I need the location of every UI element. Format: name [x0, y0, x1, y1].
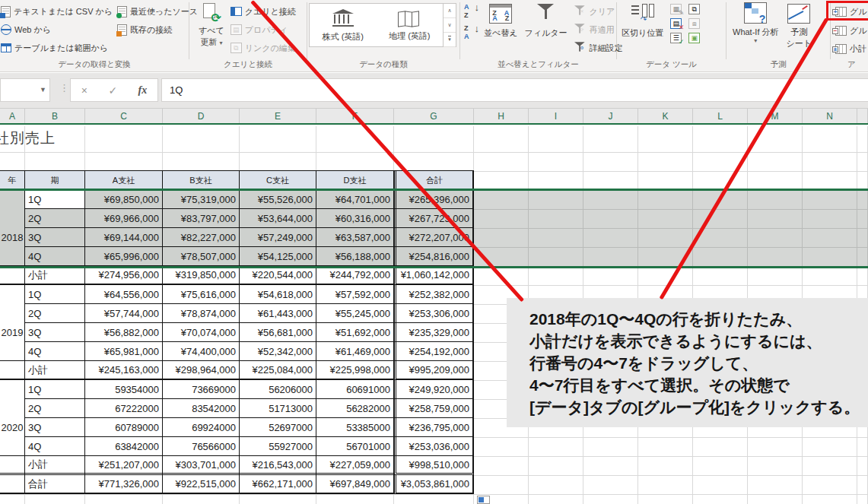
column-header-E[interactable]: E — [240, 109, 316, 123]
existing-connections-button[interactable]: 既存の接続 — [117, 21, 198, 39]
table-cell[interactable]: 53385000 — [316, 418, 394, 437]
table-cell[interactable]: ¥64,556,000 — [85, 285, 163, 304]
table-cell[interactable]: ¥64,701,000 — [316, 190, 394, 209]
column-header-C[interactable]: C — [85, 109, 163, 123]
table-cell[interactable]: ¥236,795,000 — [394, 418, 474, 437]
from-text-csv-button[interactable]: テキストまたは CSV から — [1, 2, 113, 21]
table-cell[interactable]: ¥298,964,000 — [163, 361, 240, 380]
table-cell[interactable]: 3Q — [25, 228, 85, 247]
table-cell[interactable]: 59354000 — [85, 380, 163, 399]
table-cell[interactable]: ¥216,543,000 — [240, 456, 316, 475]
table-cell[interactable]: B支社 — [163, 170, 240, 190]
table-cell[interactable]: 2Q — [25, 304, 85, 323]
table-cell[interactable]: ¥771,326,000 — [85, 475, 163, 494]
table-cell[interactable]: ¥252,382,000 — [394, 285, 474, 304]
table-cell[interactable]: ¥244,792,000 — [316, 266, 394, 285]
table-cell[interactable]: ¥56,188,000 — [316, 247, 394, 266]
table-row[interactable]: 4Q63842000765660005592700056701000¥253,0… — [0, 437, 474, 456]
table-row[interactable]: 20193Q¥56,882,000¥70,074,000¥56,681,000¥… — [0, 323, 474, 342]
column-header-L[interactable]: L — [693, 109, 748, 123]
sort-ascending-button[interactable]: AZ↓ — [463, 2, 480, 24]
subtotal-row[interactable]: 小計¥274,956,000¥319,850,000¥220,544,000¥2… — [0, 266, 474, 285]
year-cell[interactable] — [0, 380, 25, 399]
table-cell[interactable]: ¥56,681,000 — [240, 323, 316, 342]
table-row[interactable]: 20183Q¥69,144,000¥82,227,000¥57,249,000¥… — [0, 228, 474, 247]
table-cell[interactable]: ¥56,882,000 — [85, 323, 163, 342]
table-cell[interactable]: ¥55,526,000 — [240, 190, 316, 209]
table-cell[interactable]: ¥258,759,000 — [394, 399, 474, 418]
name-box[interactable]: ▼ — [0, 78, 50, 102]
subtotal-button[interactable]: ± 小計 — [835, 40, 868, 58]
table-cell[interactable]: ¥254,816,000 — [394, 247, 474, 266]
table-cell[interactable]: 60691000 — [316, 380, 394, 399]
table-cell[interactable]: 3Q — [25, 323, 85, 342]
table-cell[interactable]: ¥69,966,000 — [85, 209, 163, 228]
table-cell[interactable]: ¥82,227,000 — [163, 228, 240, 247]
year-cell[interactable] — [0, 304, 25, 323]
what-if-analysis-button[interactable]: What-If 分析 ▾ — [733, 2, 779, 49]
table-cell[interactable]: ¥225,084,000 — [240, 361, 316, 380]
table-cell[interactable]: 小計 — [25, 361, 85, 380]
table-cell[interactable]: ¥1,060,142,000 — [394, 266, 474, 285]
table-row[interactable]: 2Q¥57,744,000¥78,874,000¥61,443,000¥55,2… — [0, 304, 474, 323]
year-cell[interactable] — [0, 285, 25, 304]
table-cell[interactable]: ¥78,507,000 — [163, 247, 240, 266]
table-cell[interactable]: 小計 — [25, 266, 85, 285]
enter-button[interactable]: ✓ — [108, 84, 117, 97]
table-cell[interactable]: ¥70,074,000 — [163, 323, 240, 342]
table-cell[interactable]: 63842000 — [85, 437, 163, 456]
worksheet-grid[interactable]: 社別売上 年期A支社B支社C支社D支社合計1Q¥69,850,000¥75,31… — [0, 126, 868, 504]
data-model-icon[interactable]: ▣ — [688, 33, 700, 43]
gallery-more-button[interactable]: ▾ — [444, 33, 456, 47]
formula-input[interactable]: 1Q — [161, 78, 868, 102]
column-header-H[interactable]: H — [474, 109, 529, 123]
column-header-partial[interactable] — [857, 109, 868, 123]
table-row[interactable]: 1Q¥69,850,000¥75,319,000¥55,526,000¥64,7… — [0, 190, 474, 209]
table-cell[interactable]: 51713000 — [240, 399, 316, 418]
table-cell[interactable]: 期 — [25, 170, 85, 190]
table-row[interactable]: 2Q67222000835420005171300056282000¥258,7… — [0, 399, 474, 418]
data-validation-icon[interactable]: ☰✓ — [670, 33, 682, 43]
flash-fill-icon[interactable]: ▦✎ — [670, 4, 682, 14]
table-cell[interactable]: ¥69,850,000 — [85, 190, 163, 209]
table-cell[interactable]: 合計 — [25, 475, 85, 494]
subtotal-row[interactable]: 小計¥245,163,000¥298,964,000¥225,084,000¥2… — [0, 361, 474, 380]
table-cell[interactable]: ¥253,036,000 — [394, 437, 474, 456]
table-cell[interactable]: 2Q — [25, 399, 85, 418]
year-cell[interactable]: 2018 — [0, 228, 25, 247]
ungroup-button[interactable]: − グル — [835, 21, 868, 40]
consolidate-icon[interactable]: ⧉ — [688, 4, 700, 14]
table-cell[interactable]: ¥78,874,000 — [163, 304, 240, 323]
table-cell[interactable]: ¥61,469,000 — [316, 342, 394, 361]
table-cell[interactable]: ¥57,249,000 — [240, 228, 316, 247]
table-cell[interactable]: ¥697,849,000 — [316, 475, 394, 494]
column-header-strip[interactable]: ABCDEFGHIJKLMN — [0, 109, 868, 125]
table-cell[interactable] — [0, 475, 25, 494]
table-cell[interactable]: C支社 — [240, 170, 316, 190]
table-cell[interactable]: 73669000 — [163, 380, 240, 399]
table-cell[interactable]: ¥225,998,000 — [316, 361, 394, 380]
grand-total-row[interactable]: 合計¥771,326,000¥922,515,000¥662,171,000¥6… — [0, 475, 474, 494]
table-cell[interactable]: ¥267,723,000 — [394, 209, 474, 228]
table-cell[interactable]: ¥254,192,000 — [394, 342, 474, 361]
year-cell[interactable]: 2019 — [0, 323, 25, 342]
column-header-G[interactable]: G — [394, 109, 474, 123]
column-header-D[interactable]: D — [163, 109, 240, 123]
table-row[interactable]: 1Q¥64,556,000¥75,616,000¥54,618,000¥57,5… — [0, 285, 474, 304]
table-cell[interactable]: ¥227,059,000 — [316, 456, 394, 475]
table-row[interactable]: 2Q¥69,966,000¥83,797,000¥53,644,000¥60,3… — [0, 209, 474, 228]
table-cell[interactable]: ¥61,443,000 — [240, 304, 316, 323]
table-cell[interactable]: 55927000 — [240, 437, 316, 456]
column-header-I[interactable]: I — [529, 109, 583, 123]
table-cell[interactable]: ¥319,850,000 — [163, 266, 240, 285]
table-cell[interactable]: 3Q — [25, 418, 85, 437]
table-cell[interactable]: ¥249,920,000 — [394, 380, 474, 399]
table-cell[interactable]: 2Q — [25, 209, 85, 228]
year-cell[interactable] — [0, 190, 25, 209]
table-cell[interactable]: ¥922,515,000 — [163, 475, 240, 494]
table-cell[interactable]: 56701000 — [316, 437, 394, 456]
sales-table[interactable]: 年期A支社B支社C支社D支社合計1Q¥69,850,000¥75,319,000… — [0, 170, 474, 494]
table-cell[interactable]: 52697000 — [240, 418, 316, 437]
table-row[interactable]: 20203Q60789000699240005269700053385000¥2… — [0, 418, 474, 437]
table-cell[interactable]: D支社 — [316, 170, 394, 190]
